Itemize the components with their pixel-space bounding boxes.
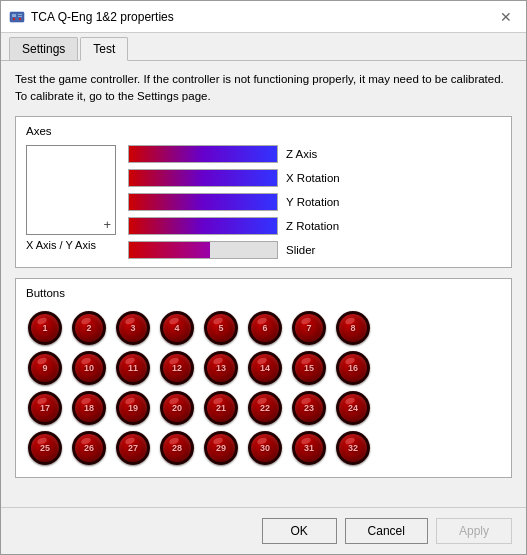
bar-x-rot-container (128, 169, 278, 187)
bar-z-axis-fill (129, 146, 277, 162)
button-27: 27 (116, 431, 150, 465)
button-24: 24 (336, 391, 370, 425)
title-bar-left: TCA Q-Eng 1&2 properties (9, 9, 174, 25)
button-7: 7 (292, 311, 326, 345)
button-4: 4 (160, 311, 194, 345)
bar-y-rot-label: Y Rotation (286, 196, 340, 208)
joystick-label: X Axis / Y Axis (26, 239, 96, 251)
axes-section: Axes + X Axis / Y Axis Z Axis (15, 116, 512, 268)
window-title: TCA Q-Eng 1&2 properties (31, 10, 174, 24)
bars-column: Z Axis X Rotation Y Rotation (128, 145, 501, 259)
svg-rect-0 (10, 12, 24, 22)
button-31: 31 (292, 431, 326, 465)
bar-row-x-rot: X Rotation (128, 169, 501, 187)
buttons-section: Buttons 12345678910111213141516171819202… (15, 278, 512, 478)
button-21: 21 (204, 391, 238, 425)
bar-y-rot-fill (129, 194, 277, 210)
bar-z-rot-label: Z Rotation (286, 220, 339, 232)
description-text: Test the game controller. If the control… (15, 71, 512, 106)
button-28: 28 (160, 431, 194, 465)
bar-z-rot-fill (129, 218, 277, 234)
button-17: 17 (28, 391, 62, 425)
button-14: 14 (248, 351, 282, 385)
bar-z-axis-container (128, 145, 278, 163)
axes-content: + X Axis / Y Axis Z Axis (26, 145, 501, 259)
button-2: 2 (72, 311, 106, 345)
button-15: 15 (292, 351, 326, 385)
button-12: 12 (160, 351, 194, 385)
button-32: 32 (336, 431, 370, 465)
button-22: 22 (248, 391, 282, 425)
bar-y-rot-container (128, 193, 278, 211)
button-8: 8 (336, 311, 370, 345)
button-13: 13 (204, 351, 238, 385)
button-19: 19 (116, 391, 150, 425)
bar-row-z-rot: Z Rotation (128, 217, 501, 235)
svg-point-5 (19, 17, 21, 19)
ok-button[interactable]: OK (262, 518, 337, 544)
button-9: 9 (28, 351, 62, 385)
bar-row-slider: Slider (128, 241, 501, 259)
joystick-plus-icon: + (103, 217, 111, 232)
button-1: 1 (28, 311, 62, 345)
bar-slider-container (128, 241, 278, 259)
button-23: 23 (292, 391, 326, 425)
button-26: 26 (72, 431, 106, 465)
svg-rect-3 (18, 16, 22, 17)
footer: OK Cancel Apply (1, 507, 526, 554)
bar-slider-label: Slider (286, 244, 315, 256)
joystick-column: + X Axis / Y Axis (26, 145, 116, 251)
button-5: 5 (204, 311, 238, 345)
tabs-bar: Settings Test (1, 33, 526, 61)
button-29: 29 (204, 431, 238, 465)
tab-test[interactable]: Test (80, 37, 128, 61)
buttons-section-label: Buttons (26, 287, 501, 299)
close-button[interactable]: ✕ (494, 5, 518, 29)
bar-row-y-rot: Y Rotation (128, 193, 501, 211)
window: TCA Q-Eng 1&2 properties ✕ Settings Test… (0, 0, 527, 555)
button-10: 10 (72, 351, 106, 385)
bar-z-rot-container (128, 217, 278, 235)
svg-point-4 (13, 17, 15, 19)
bar-slider-fill (129, 242, 210, 258)
button-3: 3 (116, 311, 150, 345)
app-icon (9, 9, 25, 25)
title-bar: TCA Q-Eng 1&2 properties ✕ (1, 1, 526, 33)
bar-x-rot-fill (129, 170, 277, 186)
button-20: 20 (160, 391, 194, 425)
svg-rect-2 (18, 14, 22, 15)
tab-settings[interactable]: Settings (9, 37, 78, 60)
button-25: 25 (28, 431, 62, 465)
joystick-area: + (26, 145, 116, 235)
svg-rect-1 (12, 14, 16, 17)
apply-button[interactable]: Apply (436, 518, 512, 544)
buttons-grid: 1234567891011121314151617181920212223242… (26, 307, 501, 469)
bar-row-z-axis: Z Axis (128, 145, 501, 163)
bar-z-axis-label: Z Axis (286, 148, 317, 160)
button-30: 30 (248, 431, 282, 465)
button-6: 6 (248, 311, 282, 345)
button-16: 16 (336, 351, 370, 385)
axes-section-label: Axes (26, 125, 501, 137)
button-18: 18 (72, 391, 106, 425)
button-11: 11 (116, 351, 150, 385)
cancel-button[interactable]: Cancel (345, 518, 428, 544)
bar-x-rot-label: X Rotation (286, 172, 340, 184)
main-content: Test the game controller. If the control… (1, 61, 526, 507)
